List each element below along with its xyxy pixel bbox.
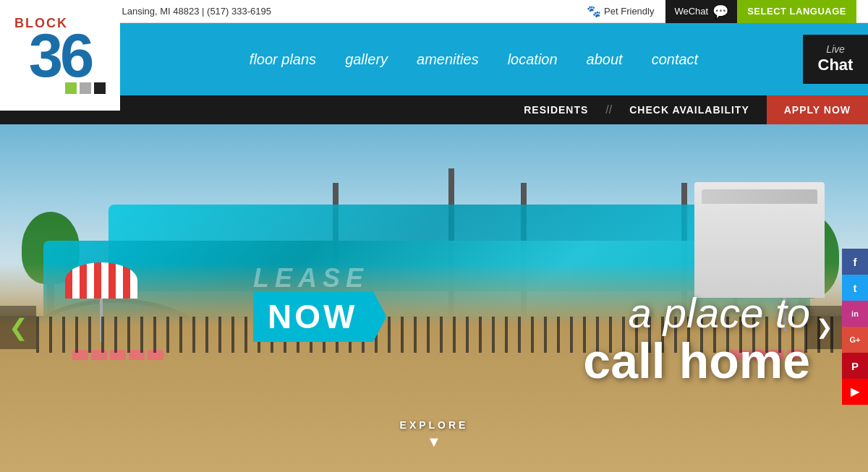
twitter-icon: t xyxy=(854,282,857,294)
sub-nav: RESIDENTS // CHECK AVAILABILITY APPLY NO… xyxy=(0,95,868,124)
google-plus-button[interactable]: G+ xyxy=(842,327,868,353)
instagram-icon: in xyxy=(851,309,859,318)
check-availability-label: CHECK AVAILABILITY xyxy=(629,104,749,116)
explore-label: EXPLORE xyxy=(400,419,469,431)
chat-label: Chat xyxy=(818,56,854,74)
nav-link-about[interactable]: about xyxy=(572,51,637,68)
live-label: Live xyxy=(826,43,845,56)
apply-now-link[interactable]: APPLY NOW xyxy=(767,95,868,124)
logo-sq-gray xyxy=(80,82,91,94)
twitter-button[interactable]: t xyxy=(842,275,868,301)
nav-link-location[interactable]: location xyxy=(493,51,572,68)
youtube-button[interactable]: ▶ xyxy=(842,379,868,405)
nav-link-contact[interactable]: contact xyxy=(637,51,712,68)
nav-bar: BLOCK 36 floor plans gallery amenities l… xyxy=(0,23,868,95)
residents-link[interactable]: RESIDENTS xyxy=(506,95,605,124)
next-slide-button[interactable]: ❯ xyxy=(806,306,842,349)
social-sidebar: f t in G+ P ▶ xyxy=(842,249,868,405)
lease-text: LEASE xyxy=(253,265,386,291)
logo-sq-black xyxy=(94,82,106,94)
paw-icon: 🐾 xyxy=(587,4,601,18)
check-availability-link[interactable]: CHECK AVAILABILITY xyxy=(612,95,767,124)
logo[interactable]: BLOCK 36 xyxy=(0,0,120,111)
wechat-button[interactable]: WeChat 💬 xyxy=(665,0,737,23)
live-chat-button[interactable]: Live Chat xyxy=(803,35,868,84)
pinterest-icon: P xyxy=(851,360,859,372)
facebook-button[interactable]: f xyxy=(842,249,868,275)
logo-squares xyxy=(65,82,113,94)
wechat-label: WeChat xyxy=(674,6,708,17)
instagram-button[interactable]: in xyxy=(842,301,868,327)
select-language-button[interactable]: SELECT LANGUAGE xyxy=(737,0,856,23)
prev-arrow-icon: ❮ xyxy=(9,314,28,341)
now-banner: NOW xyxy=(253,291,386,342)
tagline-line2: call home xyxy=(583,336,810,385)
apply-now-label: APPLY NOW xyxy=(784,104,851,116)
hero: f t in G+ P ▶ ❮ ❯ LEASE NOW a place to c… xyxy=(0,124,868,472)
hero-tagline: a place to call home xyxy=(583,290,810,385)
next-arrow-icon: ❯ xyxy=(816,315,833,339)
wechat-icon: 💬 xyxy=(712,4,728,20)
prev-slide-button[interactable]: ❮ xyxy=(0,306,36,349)
residents-label: RESIDENTS xyxy=(524,104,588,116)
nav-link-gallery[interactable]: gallery xyxy=(331,51,402,68)
now-text: NOW xyxy=(268,298,357,335)
pinterest-button[interactable]: P xyxy=(842,353,868,379)
lease-now-overlay[interactable]: LEASE NOW xyxy=(253,265,386,342)
facebook-icon: f xyxy=(854,256,857,268)
google-plus-icon: G+ xyxy=(850,335,861,344)
explore-button[interactable]: EXPLORE ▼ xyxy=(400,419,469,450)
top-bar-right: 🐾 Pet Friendly WeChat 💬 SELECT LANGUAGE xyxy=(587,0,856,23)
youtube-icon: ▶ xyxy=(851,385,859,398)
nav-links: floor plans gallery amenities location a… xyxy=(145,51,803,68)
top-bar: 3636 Coleman Road East Lansing, MI 48823… xyxy=(0,0,868,23)
sub-nav-separator: // xyxy=(605,103,612,116)
nav-link-amenities[interactable]: amenities xyxy=(402,51,493,68)
explore-arrow-icon: ▼ xyxy=(400,434,469,450)
logo-number: 36 xyxy=(29,30,92,82)
building-bg xyxy=(694,182,825,298)
nav-link-floor-plans[interactable]: floor plans xyxy=(235,51,331,68)
tagline-line1: a place to xyxy=(583,290,810,336)
logo-sq-green xyxy=(65,82,77,94)
pet-friendly: 🐾 Pet Friendly xyxy=(587,4,654,18)
select-language-label: SELECT LANGUAGE xyxy=(747,6,846,17)
pet-friendly-label: Pet Friendly xyxy=(604,6,654,17)
